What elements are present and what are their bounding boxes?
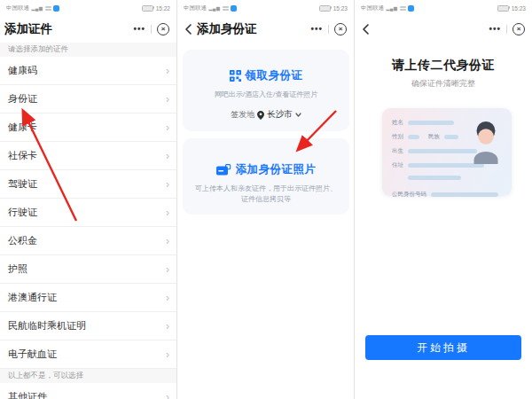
chevron-right-icon: › bbox=[166, 264, 169, 275]
back-icon[interactable] bbox=[362, 24, 369, 35]
gender-label: 性别 bbox=[392, 133, 403, 141]
id-card-illustration: 姓名 性别 民族 出生 住址 bbox=[382, 108, 512, 196]
list-item-label: 护照 bbox=[8, 262, 27, 276]
status-right: 15:23 bbox=[497, 5, 526, 12]
add-id-photo-card[interactable]: 添加身份证照片 可上传本人和亲友证件，用于出示证件照片、 证件信息拷贝等 bbox=[183, 138, 349, 215]
issue-place-selector[interactable]: 签发地 长沙市 bbox=[183, 109, 349, 121]
list-item-label: 其他证件 bbox=[8, 390, 47, 399]
list-item-other[interactable]: 其他证件 › bbox=[0, 383, 176, 399]
more-icon[interactable]: ••• bbox=[310, 25, 323, 34]
nav-bar: 添加身份证 ••• × bbox=[177, 16, 354, 43]
number-placeholder bbox=[431, 192, 498, 197]
chevron-right-icon: › bbox=[166, 207, 169, 218]
upload-title: 请上传二代身份证 bbox=[355, 58, 532, 74]
receive-id-card[interactable]: 领取身份证 网吧出示/酒店入住/查看证件照片 签发地 长沙市 bbox=[183, 50, 349, 131]
id-card-photo-icon bbox=[216, 164, 231, 176]
nav-divider bbox=[506, 25, 507, 34]
panel-add-documents: 中国联通 ▂▄▆ 15:22 添加证件 ••• × 请选择添加的证件 健康码 › bbox=[0, 0, 177, 399]
battery-icon bbox=[142, 5, 153, 12]
issue-city-value: 长沙市 bbox=[267, 109, 293, 121]
screenshot-root: 中国联通 ▂▄▆ 15:22 添加证件 ••• × 请选择添加的证件 健康码 › bbox=[0, 0, 532, 399]
chevron-right-icon: › bbox=[166, 151, 169, 161]
carrier-label: 中国联通 bbox=[184, 4, 207, 12]
panel-upload-id: 中国联通 ▂▄▆ 15:23 ••• × 请上传二代身份证 确保证件清晰完整 bbox=[355, 0, 532, 399]
nav-bar: 添加证件 ••• × bbox=[0, 16, 176, 43]
receive-id-title: 领取身份证 bbox=[246, 68, 303, 83]
list-item[interactable]: 健康卡 › bbox=[0, 113, 176, 142]
list-item-label: 民航临时乘机证明 bbox=[8, 319, 86, 332]
list-item[interactable]: 健康码 › bbox=[0, 57, 176, 85]
list-item[interactable]: 民航临时乘机证明 › bbox=[0, 312, 176, 340]
list-item[interactable]: 社保卡 › bbox=[0, 142, 176, 170]
nav-actions: ••• × bbox=[489, 23, 525, 35]
list-item-label: 电子献血证 bbox=[8, 348, 57, 361]
chevron-right-icon: › bbox=[166, 392, 169, 399]
close-icon[interactable]: × bbox=[157, 23, 169, 35]
battery-icon bbox=[319, 5, 331, 12]
list-item-label: 港澳通行证 bbox=[8, 291, 57, 304]
name-label: 姓名 bbox=[392, 119, 403, 127]
birth-placeholder bbox=[408, 149, 477, 153]
nav-bar: ••• × bbox=[355, 16, 532, 43]
more-icon[interactable]: ••• bbox=[133, 25, 145, 34]
list-item[interactable]: 公积金 › bbox=[0, 227, 176, 255]
upload-subtitle: 确保证件清晰完整 bbox=[355, 78, 532, 90]
add-id-photo-title: 添加身份证照片 bbox=[236, 162, 317, 177]
close-icon[interactable]: × bbox=[334, 23, 347, 35]
subtitle-line-1: 可上传本人和亲友证件，用于出示证件照片、 bbox=[195, 184, 337, 192]
carrier-label: 中国联通 bbox=[361, 4, 384, 12]
avatar bbox=[469, 120, 503, 164]
list-item-label: 健康卡 bbox=[8, 121, 37, 134]
list-item[interactable]: 身份证 › bbox=[0, 85, 176, 113]
list-item-label: 公积金 bbox=[8, 234, 37, 247]
nav-actions: ••• × bbox=[310, 23, 347, 35]
nav-divider bbox=[151, 25, 152, 34]
app-badge-icon bbox=[231, 5, 237, 12]
chevron-right-icon: › bbox=[166, 293, 169, 303]
birth-label: 出生 bbox=[392, 147, 403, 155]
list-item[interactable]: 港澳通行证 › bbox=[0, 284, 176, 312]
ethnic-label: 民族 bbox=[428, 133, 440, 141]
number-label: 公民身份号码 bbox=[392, 191, 426, 199]
battery-icon bbox=[497, 5, 509, 12]
list-item[interactable]: 护照 › bbox=[0, 255, 176, 284]
clock-label: 15:23 bbox=[512, 5, 526, 12]
network-speed-indicator bbox=[400, 5, 406, 11]
add-id-photo-subtitle: 可上传本人和亲友证件，用于出示证件照片、 证件信息拷贝等 bbox=[183, 184, 349, 206]
name-placeholder bbox=[408, 121, 454, 125]
signal-bars-icon: ▂▄▆ bbox=[209, 5, 221, 11]
network-speed-indicator bbox=[223, 5, 229, 11]
app-badge-icon bbox=[408, 5, 414, 12]
status-bar: 中国联通 ▂▄▆ 15:23 bbox=[177, 0, 354, 16]
panel-add-id-card: 中国联通 ▂▄▆ 15:23 添加身份证 ••• × bbox=[177, 0, 355, 399]
receive-id-subtitle: 网吧出示/酒店入住/查看证件照片 bbox=[183, 90, 349, 100]
list-item-label: 社保卡 bbox=[8, 149, 37, 162]
start-capture-button[interactable]: 开始拍摄 bbox=[365, 335, 521, 360]
status-left: 中国联通 ▂▄▆ bbox=[361, 4, 414, 12]
page-title: 添加证件 bbox=[4, 21, 52, 37]
clock-label: 15:22 bbox=[156, 5, 170, 12]
network-speed-indicator bbox=[45, 5, 51, 11]
more-icon[interactable]: ••• bbox=[489, 25, 501, 34]
chevron-down-icon bbox=[295, 113, 301, 117]
nav-divider bbox=[328, 25, 329, 34]
id-row-address-2 bbox=[392, 176, 503, 180]
list-item[interactable]: 电子献血证 › bbox=[0, 340, 176, 369]
app-badge-icon bbox=[53, 5, 59, 12]
clock-label: 15:23 bbox=[333, 5, 348, 12]
status-bar: 中国联通 ▂▄▆ 15:22 bbox=[0, 0, 176, 16]
back-icon[interactable] bbox=[184, 24, 192, 35]
list-item[interactable]: 驾驶证 › bbox=[0, 170, 176, 199]
chevron-right-icon: › bbox=[166, 349, 169, 360]
nav-actions: ••• × bbox=[133, 23, 169, 35]
status-left: 中国联通 ▂▄▆ bbox=[184, 4, 237, 12]
address-label: 住址 bbox=[392, 161, 403, 169]
chevron-right-icon: › bbox=[166, 179, 169, 190]
receive-id-title-row: 领取身份证 bbox=[183, 68, 349, 83]
id-row-number: 公民身份号码 bbox=[392, 191, 503, 199]
location-pin-icon bbox=[257, 111, 264, 120]
list-item-label: 行驶证 bbox=[8, 206, 37, 219]
chevron-right-icon: › bbox=[166, 94, 169, 105]
list-item[interactable]: 行驶证 › bbox=[0, 199, 176, 227]
close-icon[interactable]: × bbox=[512, 23, 525, 35]
